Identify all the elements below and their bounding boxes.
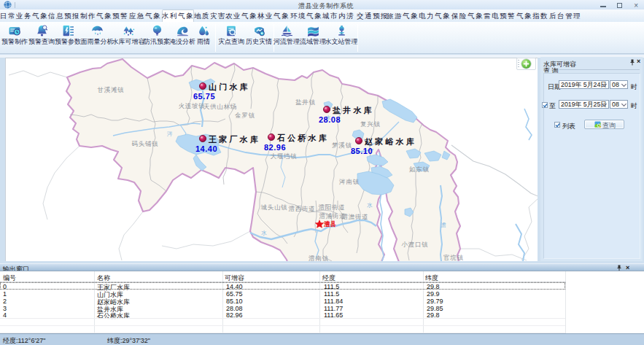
svg-text:石公桥水库: 石公桥水库 (276, 133, 329, 142)
svg-text:甘溪滩镇: 甘溪滩镇 (97, 86, 124, 93)
svg-text:85.10: 85.10 (351, 147, 373, 155)
svg-text:涔: 涔 (166, 131, 173, 137)
svg-text:65.75: 65.75 (193, 92, 215, 101)
svg-text:复兴镇: 复兴镇 (360, 120, 381, 128)
svg-text:14.40: 14.40 (195, 144, 217, 153)
svg-text:盐井水库: 盐井水库 (332, 106, 374, 115)
svg-text:澧西街道: 澧西街道 (288, 205, 315, 212)
svg-text:山门水库: 山门水库 (209, 82, 250, 91)
svg-text:涔南镇: 涔南镇 (339, 178, 360, 185)
svg-text:天供山林场: 天供山林场 (203, 103, 238, 110)
svg-text:小渡口镇: 小渡口镇 (401, 241, 428, 248)
svg-text:澹: 澹 (440, 222, 446, 228)
svg-text:水: 水 (366, 202, 373, 209)
svg-text:澧南镇: 澧南镇 (309, 255, 329, 261)
svg-text:王家厂水库: 王家厂水库 (208, 135, 260, 144)
svg-text:码头铺镇: 码头铺镇 (131, 140, 158, 147)
svg-text:火连坡镇: 火连坡镇 (178, 102, 205, 109)
svg-text:盐井镇: 盐井镇 (295, 98, 316, 106)
svg-text:澧县: 澧县 (323, 220, 337, 228)
svg-text:如东镇: 如东镇 (409, 166, 430, 173)
svg-text:82.96: 82.96 (264, 143, 286, 152)
svg-text:水: 水 (260, 230, 267, 236)
svg-text:赵家峪水库: 赵家峪水库 (364, 137, 416, 146)
svg-text:澧阳街道: 澧阳街道 (318, 203, 345, 211)
svg-text:澧澹街道: 澧澹街道 (341, 213, 368, 220)
svg-text:梦溪镇: 梦溪镇 (332, 142, 352, 149)
svg-text:28.08: 28.08 (319, 115, 341, 124)
svg-text:城头山镇: 城头山镇 (260, 203, 287, 211)
svg-text:大堰垱镇: 大堰垱镇 (270, 152, 297, 160)
svg-text:金罗镇: 金罗镇 (235, 112, 255, 119)
svg-text:官垸镇: 官垸镇 (443, 254, 464, 261)
